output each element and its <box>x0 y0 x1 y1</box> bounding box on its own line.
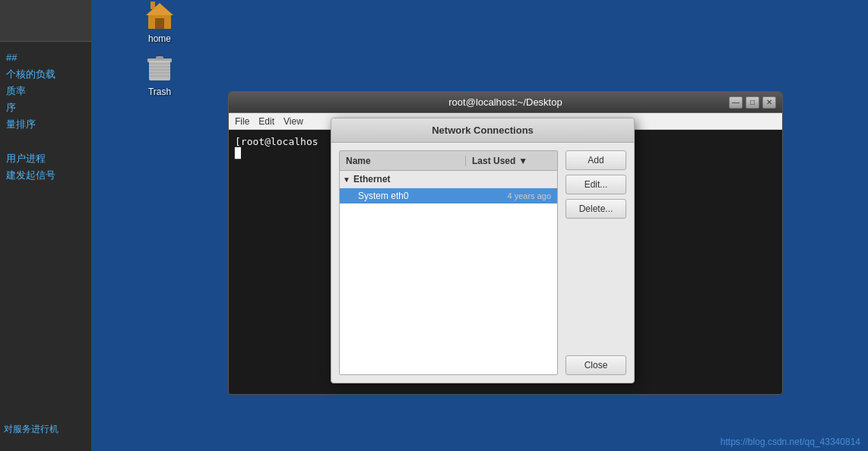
network-connections-dialog: Network Connections Name Last Used ▼ ▼ E… <box>331 118 635 383</box>
add-button[interactable]: Add <box>565 150 626 170</box>
svg-rect-2 <box>155 18 164 29</box>
table-header: Name Last Used ▼ <box>340 151 557 171</box>
url-bar: https://blog.csdn.net/qq_43340814 <box>721 437 860 447</box>
sidebar-line-5: 量排序 <box>6 116 85 133</box>
terminal-maximize-btn[interactable]: □ <box>746 96 759 109</box>
sidebar-bottom-text: 对服务进行机 <box>4 423 59 436</box>
terminal-titlebar: root@localhost:~/Desktop — □ ✕ <box>229 92 782 113</box>
connection-row-eth0[interactable]: System eth0 4 years ago <box>340 188 557 203</box>
connection-used-eth0: 4 years ago <box>508 191 551 200</box>
table-header-used[interactable]: Last Used ▼ <box>466 156 557 166</box>
dialog-body: Name Last Used ▼ ▼ Ethernet System eth0 … <box>331 143 634 383</box>
desktop: ## 个核的负载 质率 序 量排序 用户进程 建发起信号 对服务进行机 home <box>0 0 868 451</box>
table-body: ▼ Ethernet System eth0 4 years ago <box>340 171 557 203</box>
terminal-controls: — □ ✕ <box>729 96 776 109</box>
svg-marker-1 <box>146 3 173 15</box>
sidebar-line-3: 质率 <box>6 83 85 99</box>
sort-arrow-icon: ▼ <box>518 156 527 166</box>
sidebar-text: ## 个核的负载 质率 序 量排序 用户进程 建发起信号 <box>0 42 91 191</box>
terminal-menu-edit[interactable]: Edit <box>258 116 274 127</box>
trash-icon <box>144 53 175 84</box>
terminal-menu-file[interactable]: File <box>235 116 249 127</box>
sidebar-line-4: 序 <box>6 99 85 116</box>
edit-button[interactable]: Edit... <box>565 175 626 194</box>
terminal-close-btn[interactable]: ✕ <box>762 96 776 109</box>
dialog-title-text: Network Connections <box>432 125 534 136</box>
svg-rect-12 <box>149 61 170 62</box>
expand-arrow-icon: ▼ <box>343 175 350 184</box>
connections-table: Name Last Used ▼ ▼ Ethernet System eth0 … <box>339 150 558 375</box>
sidebar-line-7: 建发起信号 <box>6 167 85 184</box>
sidebar-line-1: ## <box>6 49 85 66</box>
dialog-buttons: Add Edit... Delete... <box>565 150 626 375</box>
trash-label: Trash <box>148 87 171 97</box>
terminal-title: root@localhost:~/Desktop <box>448 96 562 108</box>
sidebar-line-6: 用户进程 <box>6 150 85 167</box>
terminal-menu-view[interactable]: View <box>284 116 303 127</box>
sidebar: ## 个核的负载 质率 序 量排序 用户进程 建发起信号 对服务进行机 <box>0 0 91 451</box>
home-icon-container[interactable]: home <box>133 0 186 44</box>
ethernet-group-row[interactable]: ▼ Ethernet <box>340 171 557 188</box>
terminal-minimize-btn[interactable]: — <box>729 96 743 109</box>
table-header-name: Name <box>340 156 466 166</box>
dialog-title: Network Connections <box>331 118 634 143</box>
close-button[interactable]: Close <box>565 355 626 375</box>
home-icon <box>144 0 175 30</box>
connection-name-eth0: System eth0 <box>358 191 508 201</box>
delete-button[interactable]: Delete... <box>565 199 626 219</box>
sidebar-line-2: 个核的负载 <box>6 66 85 83</box>
ethernet-label: Ethernet <box>353 174 391 184</box>
trash-icon-container[interactable]: Trash <box>133 53 186 97</box>
sidebar-top <box>0 0 91 42</box>
home-label: home <box>148 33 171 44</box>
svg-rect-3 <box>150 2 155 9</box>
svg-rect-11 <box>156 56 163 59</box>
